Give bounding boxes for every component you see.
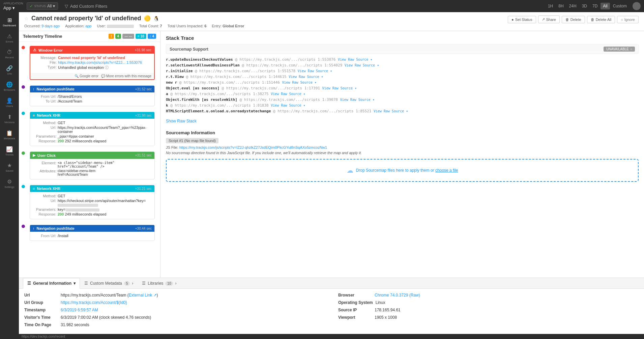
sidebar-item-browsers[interactable]: 🌐 Browsers [0, 79, 19, 93]
libraries-tab-chevron: › [175, 281, 176, 286]
time-custom[interactable]: Custom [611, 3, 629, 9]
external-link[interactable]: External Link ↗ [129, 293, 157, 298]
time-7d[interactable]: 7D [590, 3, 600, 9]
filter-button[interactable]: ▽ Add Custom Filters [65, 4, 108, 9]
tab-custom-metadata[interactable]: ☰ Custom Metadata 5 › [80, 278, 138, 288]
app-name[interactable]: App ▾ [3, 5, 23, 11]
share-icon: ↗ [542, 17, 545, 22]
badge-cyan: ≡ 10 [136, 34, 146, 39]
click-element: <a class="sidebar-menu-item" href="/Acco… [58, 161, 152, 168]
user-avatar[interactable] [633, 2, 641, 10]
tab-libraries[interactable]: ☰ Libraries 10 › [138, 278, 181, 288]
set-status-button[interactable]: ● Set Status [508, 16, 536, 23]
xhr-icon: ≡ [33, 113, 35, 117]
trends-icon: 📈 [6, 146, 13, 152]
tab-general-information[interactable]: ☰ General Information ▾ [23, 278, 80, 289]
view-raw-4[interactable]: View Raw Source ▾ [282, 81, 316, 84]
browser-link[interactable]: Chrome 74.0.3729 (Raw) [375, 293, 420, 298]
sidebar-label-browsers: Browsers [4, 88, 15, 91]
view-raw-9[interactable]: View Raw Source ▾ [374, 109, 408, 113]
delete-icon: 🗑 [565, 18, 569, 22]
xhr2-url: https://checkout.stripe.com/api/outer/ma… [58, 199, 152, 207]
application-value[interactable]: app [85, 24, 91, 28]
cloud-icon: ☁ [347, 166, 353, 174]
status-button[interactable]: ✓ STATUS All ▾ [27, 2, 58, 10]
sidebar-item-recent[interactable]: ⏱ Recent [0, 47, 19, 61]
sidebar-item-urls[interactable]: 🔗 Urls [0, 63, 19, 77]
timeline-xhr1-item: ≡ Network XHR +31.98 sec Method: GET [30, 112, 155, 146]
click-attrs: class=sidebar-menu-item href=/Account/Te… [58, 169, 152, 176]
sidebar-item-metadata[interactable]: 📋 Metadata [0, 128, 19, 142]
view-raw-1[interactable]: View Raw Source ▾ [345, 63, 379, 67]
view-raw-7[interactable]: View Raw Source ▾ [340, 98, 375, 102]
badge-warning: ! [109, 34, 114, 39]
nav2-dot [22, 225, 25, 228]
sidebar-item-errors[interactable]: ⚠ Errors [0, 31, 19, 45]
sidebar: ⊞ Dashboard ⚠ Errors ⏱ Recent 🔗 Urls 🌐 B… [0, 12, 19, 339]
sidebar-item-dashboard[interactable]: ⊞ Dashboard [0, 15, 19, 29]
timeline-error-row: ⚠ Window Error +31.98 sec Message: Canno… [19, 43, 160, 83]
xhr2-method: GET [58, 194, 152, 198]
xhr1-method: GET [58, 121, 152, 125]
delete-button[interactable]: 🗑 Delete [562, 16, 585, 23]
time-all[interactable]: All [601, 3, 610, 9]
choose-file-link[interactable]: choose a file [435, 168, 458, 173]
xhr1-label: ≡ Network XHR [33, 113, 60, 117]
timeline-nav1-row: ↑ Navigation pushState +31.52 sec From U… [19, 83, 160, 109]
drop-zone[interactable]: ☁ Drop Sourcemap files here to apply the… [166, 159, 639, 182]
view-raw-2[interactable]: View Raw Source ▾ [298, 69, 332, 73]
view-raw-6[interactable]: View Raw Source ▾ [271, 92, 305, 96]
ignore-button[interactable]: ○ Ignore [617, 16, 639, 23]
stack-line-5: Object.eval [as success] @ https://my.tr… [166, 86, 639, 90]
status-bar: https://dev.trackjs.com/recent [19, 334, 644, 339]
linux-icon: 🐧 [153, 16, 159, 21]
sidebar-item-trends[interactable]: 📈 Trends [0, 144, 19, 158]
browsers-icon: 🌐 [6, 81, 13, 88]
occurred-value[interactable]: 9 days ago [41, 24, 60, 28]
view-raw-5[interactable]: View Raw Source ▾ [322, 86, 357, 90]
click-label: ▶ User Click [33, 153, 56, 158]
timeline-header: Telemetry Timeline ! 4 — — ≡ 10 ↑ 4 [19, 31, 160, 42]
timestamp-link[interactable]: 6/3/2019 6:59:57 AM [61, 308, 98, 312]
star-icon[interactable]: ☆ [24, 16, 29, 21]
occurred-label: Occurred: 9 days ago [24, 24, 60, 28]
click-icon: ▶ [33, 153, 35, 158]
nav1-content: From Url: /Shared/Errors To Url: /Accoun… [30, 92, 154, 106]
nav2-label: ↑ Navigation pushState [33, 226, 75, 230]
show-raw-stack-link[interactable]: Show Raw Stack [166, 119, 639, 123]
toggle-icon[interactable]: ○ [630, 47, 632, 51]
view-raw-3[interactable]: View Raw Source ▾ [289, 75, 323, 79]
sidebar-item-saved[interactable]: ★ Saved [0, 160, 19, 174]
view-raw-0[interactable]: View Raw Source ▾ [338, 58, 372, 61]
total-count-label: Total Count: 7 [139, 24, 162, 28]
stack-line-4: new r @ https://my.trackjs.com/.../scrip… [166, 80, 639, 85]
total-users-label: Total Users Impacted: 6 [168, 24, 207, 28]
sidebar-item-users[interactable]: 👤 Users [0, 95, 19, 110]
time-24h[interactable]: 24H [567, 3, 579, 9]
timeline-title: Telemetry Timeline [23, 34, 62, 39]
status-label: STATUS [34, 4, 46, 8]
badge-green: 4 [115, 34, 121, 39]
share-button[interactable]: ↗ Share [538, 16, 560, 23]
sidebar-item-settings[interactable]: ⚙ Settings [0, 176, 19, 191]
sidebar-item-versions[interactable]: ⬆ Versions [0, 112, 19, 126]
timeline-scroll[interactable]: ⚠ Window Error +31.98 sec Message: Canno… [19, 42, 160, 278]
sourcemap-js-file: JS File: https://my.trackjs.com/js/scrip… [166, 145, 639, 149]
click-time: +31.51 sec [135, 153, 152, 157]
xhr1-content: Method: GET Url: https://my.trackjs.com/… [30, 119, 154, 146]
info-url: Url https://my.trackjs.com/Account/Team … [24, 293, 325, 298]
stack-line-6: a @ https://my.trackjs.com/.../scripts 1… [166, 92, 639, 96]
url-group-link[interactable]: https://my.trackjs.com/Account/${Id0} [61, 300, 127, 305]
xhr1-time: +31.98 sec [135, 114, 152, 117]
error-header: ☆ Cannot read property 'Id' of undefined… [19, 12, 644, 31]
google-error-link[interactable]: 🔍 Google error [75, 74, 98, 78]
more-errors-link[interactable]: 💬 More errors with this message [101, 74, 151, 78]
view-raw-8[interactable]: View Raw Source ▾ [271, 104, 305, 107]
xhr1-header: ≡ Network XHR +31.98 sec [30, 112, 154, 119]
time-8h[interactable]: 8H [556, 3, 566, 9]
delete-all-button[interactable]: 🗑 Delete All [587, 16, 615, 23]
time-3d[interactable]: 3D [580, 3, 589, 9]
warning-icon: ⚠ [33, 48, 36, 52]
time-1h[interactable]: 1H [546, 3, 555, 9]
top-navigation: APPLICATION App ▾ ✓ STATUS All ▾ ▽ Add C… [0, 0, 644, 12]
